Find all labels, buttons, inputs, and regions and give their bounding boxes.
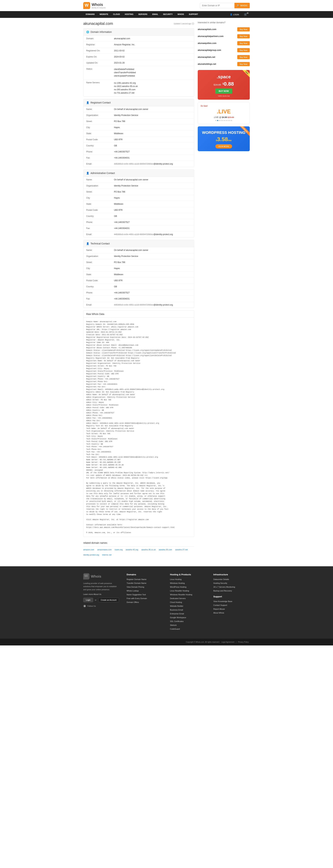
footer-link[interactable]: Free with Every Domain [127, 597, 163, 599]
nav-item-website[interactable]: WEBSITE [97, 11, 111, 18]
carousel-dot[interactable] [215, 120, 217, 121]
footer-about-link[interactable]: Learn more About Us [83, 593, 120, 595]
footer-link[interactable]: Transfer Domain Name [127, 582, 163, 584]
promo-space[interactable]: Sale .space $24.88$0.88 BUY NOW *while s… [198, 70, 250, 100]
nav-item-domains[interactable]: DOMAINS [83, 11, 97, 18]
info-label: City: [86, 267, 114, 270]
footer-link[interactable]: Linux Hosting [170, 578, 206, 580]
footer-link[interactable]: Sitelock [170, 624, 206, 626]
nav-item-security[interactable]: SECURITY [161, 11, 175, 18]
nav-item-whois[interactable]: WHOIS [175, 11, 187, 18]
footer-link[interactable]: Domain Offers [127, 601, 163, 603]
info-value: PO Box 786 [114, 191, 191, 193]
footer-link[interactable]: Datacenter Details [213, 578, 250, 580]
search-input[interactable] [200, 3, 234, 8]
footer-link[interactable]: CodeGuard [170, 628, 206, 630]
nav-item-support[interactable]: SUPPORT [187, 11, 200, 18]
promo-wordpress[interactable]: Introducing WORDPRESS HOSTING $3.58/mo V… [198, 126, 250, 151]
raw-whois-text: Domain Name: akunacapital.com Registry D… [84, 318, 194, 537]
promo-view-more-button[interactable]: VIEW MORE [215, 144, 232, 148]
footer-link[interactable]: 24 x 7 Servers Monitoring [213, 586, 250, 588]
logo[interactable]: Whois identity for everyone [83, 2, 106, 9]
info-label: Registered On: [86, 50, 114, 52]
info-row: Phone:+44.1483307527 [84, 290, 194, 296]
nav-item-hosting[interactable]: HOSTING [122, 11, 136, 18]
promo-live[interactable]: On Sale! .LIVE .LIVE @ $4.88 $29.88 [198, 102, 250, 124]
footer-link[interactable]: Website Builder [170, 605, 206, 607]
footer-link[interactable]: Enterprise Email [170, 613, 206, 615]
nav-cart[interactable]: 🛒0 [241, 11, 250, 18]
carousel-dot[interactable] [224, 120, 225, 121]
buy-now-button[interactable]: Buy Now [237, 41, 250, 45]
privacy-link[interactable]: Privacy Policy [238, 641, 249, 643]
nav-item-email[interactable]: EMAIL [150, 11, 161, 18]
footer-link[interactable]: Report Abuse [213, 608, 250, 610]
refresh-icon[interactable]: ⟳ [192, 22, 194, 25]
promo-wp-per: /mo [228, 139, 232, 142]
info-value: Middlesex [114, 273, 191, 276]
related-link[interactable]: amazon.com [83, 549, 94, 551]
related-link[interactable]: amazonaws.com [97, 549, 112, 551]
info-value: akunacapital.com [114, 37, 191, 40]
nav-login[interactable]: 👤LOGIN [228, 11, 241, 18]
related-link[interactable]: awsdns-35.co.uk [141, 549, 156, 551]
footer-link[interactable]: Google Workspace [170, 616, 206, 619]
admin-icon: 👤 [86, 172, 89, 175]
footer-link[interactable]: About Whois [213, 612, 250, 614]
related-link[interactable]: awsdns-42.org [126, 549, 138, 551]
footer-link[interactable]: Cloud Hosting [170, 601, 206, 603]
footer-link[interactable]: Hosting Security [213, 582, 250, 584]
footer-link[interactable]: View Knowledge Base [213, 600, 250, 602]
nav-item-cloud[interactable]: CLOUD [111, 11, 122, 18]
related-link[interactable]: identity-protect.org [83, 554, 99, 556]
footer-login-button[interactable]: Login [83, 598, 93, 602]
footer-link[interactable]: Business Email [170, 609, 206, 611]
carousel-dot[interactable] [226, 120, 227, 121]
buy-now-button[interactable]: Buy Now [237, 27, 250, 31]
footer-link[interactable]: View Domain Pricing [127, 586, 163, 588]
footer-link[interactable]: SSL Certificates [170, 620, 206, 622]
footer-link[interactable]: Windows Hosting [170, 582, 206, 584]
footer-link[interactable]: Whois Lookup [127, 590, 163, 592]
buy-now-button[interactable]: Buy Now [237, 62, 250, 66]
legal-link[interactable]: Legal Agreement [221, 641, 234, 643]
footer-link[interactable]: Windows Reseller Hosting [170, 593, 206, 596]
related-link[interactable]: internic.net [102, 554, 111, 556]
footer-link[interactable]: Register Domain Name [127, 578, 163, 580]
footer-link[interactable]: Contact Support [213, 604, 250, 606]
carousel-dot[interactable] [217, 120, 218, 121]
buy-now-button[interactable]: Buy Now [237, 48, 250, 52]
carousel-dot[interactable] [229, 120, 230, 121]
footer-link[interactable]: Linux Reseller Hosting [170, 590, 206, 592]
footer-link[interactable]: Dedicated Servers [170, 597, 206, 599]
info-label: Email: [86, 304, 114, 306]
footer-create-account-button[interactable]: Create an Account [98, 598, 119, 602]
carousel-dot[interactable] [219, 120, 220, 121]
domain-name-heading: akunacapital.com [83, 21, 113, 26]
carousel-dot[interactable] [221, 120, 222, 121]
footer-link[interactable]: WordPress Hosting [170, 586, 206, 588]
buy-now-button[interactable]: Buy Now [237, 55, 250, 59]
panel-title-tech: Technical Contact [91, 242, 110, 245]
search-button[interactable]: 🔍WHOIS [234, 3, 250, 8]
related-link[interactable]: icann.org [115, 549, 123, 551]
related-link[interactable]: awsdns-35.com [159, 549, 172, 551]
footer-logo[interactable]: Whois [83, 573, 120, 580]
info-label: Name: [86, 108, 114, 111]
buy-now-button[interactable]: Buy Now [237, 34, 250, 38]
info-label: Status: [86, 68, 114, 78]
footer-link[interactable]: Backup and Recovery [213, 590, 250, 592]
globe-icon[interactable]: ✪ [83, 604, 86, 608]
panel-domain-info: 🌐Domain Information Domain:akunacapital.… [83, 28, 194, 96]
carousel-dot[interactable] [222, 120, 223, 121]
info-value: +44.1483307527 [114, 221, 191, 223]
main-nav: DOMAINSWEBSITECLOUDHOSTINGSERVERSEMAILSE… [0, 11, 333, 18]
info-value: Hayes [114, 197, 191, 199]
carousel-dot[interactable] [228, 120, 229, 121]
info-label: City: [86, 126, 114, 129]
related-link[interactable]: awsdns-27.net [175, 549, 188, 551]
nav-item-servers[interactable]: SERVERS [136, 11, 150, 18]
footer-link[interactable]: Name Suggestion Tool [127, 593, 163, 596]
carousel-dot[interactable] [231, 120, 232, 121]
promo-buy-button[interactable]: BUY NOW [215, 89, 232, 94]
